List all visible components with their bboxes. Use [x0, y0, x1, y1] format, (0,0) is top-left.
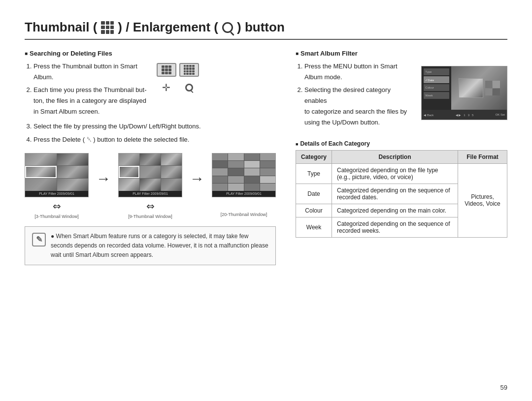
row-week-description: Categorized depending on the sequence of…: [332, 217, 458, 237]
steps-list-2: Press the MENU button in SmartAlbum mode…: [296, 61, 411, 130]
step4: Press the Delete ( ␡ ) button to delete …: [33, 134, 276, 145]
nine-grid-icon: [162, 65, 171, 74]
note-box: ✎ ● When Smart Album feature runs or a c…: [25, 226, 276, 266]
album-back-label: ◀ Back: [424, 113, 433, 117]
album-screen: Type ✓Date Colour Week: [422, 66, 507, 120]
title-text-prefix: Thumbnail (: [25, 20, 97, 35]
button-row-bottom: ✛: [157, 81, 199, 94]
main-content: Searching or Deleting Files Press the Th…: [25, 50, 507, 265]
thumbnail-grid-icon: [101, 21, 114, 34]
nine-grid-button: [157, 63, 176, 77]
section1-title: Searching or Deleting Files: [30, 50, 112, 57]
table-header-row: Category Description File Format: [296, 150, 507, 163]
nine-thumb-arrows: ⇔: [146, 200, 155, 212]
table-header: Details of Each Category: [296, 140, 507, 147]
section2-title: Smart Album Filter: [300, 50, 358, 57]
nine-thumb-image: PLAY Filter 2009/09/01: [118, 153, 182, 197]
col-format: File Format: [458, 150, 507, 163]
row-colour-category: Colour: [296, 204, 332, 217]
album-nav-labels: ◀ ▶ 1 3 5: [456, 113, 474, 117]
steps-list-1: Press the Thumbnail button in SmartAlbum…: [25, 61, 147, 119]
cross-icon-button: ✛: [157, 81, 176, 94]
right-column: Smart Album Filter Press the MENU button…: [296, 50, 507, 265]
row-format-all: Pictures, Videos, Voice: [458, 163, 507, 237]
thumbnail-windows-row: PLAY Filter 2009/09/01 ⇔ [3-Thumbnail Wi…: [25, 153, 276, 219]
left-column: Searching or Deleting Files Press the Th…: [25, 50, 276, 265]
album-menu: Type ✓Date Colour Week: [422, 66, 451, 110]
album-top: Type ✓Date Colour Week: [422, 66, 507, 110]
page-title: Thumbnail ( ) / Enlargement ( ) button: [25, 20, 507, 40]
three-thumb-bar: PLAY Filter 2009/09/01: [25, 191, 88, 197]
steps-3-4: Select the file by pressing the Up/Down/…: [25, 121, 276, 145]
three-thumb-image: PLAY Filter 2009/09/01: [25, 153, 89, 197]
category-table: Category Description File Format Type Ca…: [296, 150, 507, 238]
three-thumb-label: [3-Thumbnail Window]: [34, 214, 79, 219]
smart-album-screenshot: Type ✓Date Colour Week: [421, 66, 507, 120]
twenty-grid-button: [179, 63, 199, 77]
nine-thumb-bar: PLAY Filter 2009/09/01: [119, 191, 182, 197]
arrow-right-2: →: [190, 153, 204, 219]
album-menu-colour: Colour: [424, 84, 449, 91]
section1-header: Searching or Deleting Files: [25, 50, 276, 57]
note-text: ● When Smart Album feature runs or a cat…: [51, 232, 268, 260]
three-thumb-window: PLAY Filter 2009/09/01 ⇔ [3-Thumbnail Wi…: [25, 153, 89, 219]
twenty-thumb-image: PLAY Filter 2009/09/01: [212, 153, 276, 197]
enlargement-search-icon: [222, 22, 233, 33]
arrow-right-1: →: [96, 153, 111, 219]
button-icons: ✛: [157, 63, 199, 94]
section2-header: Smart Album Filter: [296, 50, 507, 57]
step3: Select the file by pressing the Up/Down/…: [33, 121, 276, 132]
step2: Each time you press the Thumbnail but-to…: [33, 85, 147, 117]
title-text-mid: ) / Enlargement (: [118, 20, 218, 35]
button-row-top: [157, 63, 199, 77]
step1: Press the Thumbnail button in SmartAlbum…: [33, 61, 147, 83]
album-bottom: ◀ Back ◀ ▶ 1 3 5 OK Set: [422, 110, 507, 120]
row-date-category: Date: [296, 184, 332, 204]
twenty-thumb-window: PLAY Filter 2009/09/01 [20-Thumbnail Win…: [212, 153, 276, 219]
nine-thumb-label: [9-Thumbnail Window]: [128, 214, 172, 219]
search-icon-button: [179, 81, 199, 94]
col-description: Description: [332, 150, 458, 163]
row-week-category: Week: [296, 217, 332, 237]
nine-thumb-window: PLAY Filter 2009/09/01 ⇔ [9-Thumbnail Wi…: [118, 153, 182, 219]
note-icon: ✎: [32, 233, 46, 247]
three-thumb-arrows: ⇔: [53, 200, 61, 212]
album-menu-type: Type: [424, 68, 449, 75]
album-set-label: OK Set: [496, 113, 505, 116]
album-photo: [451, 66, 507, 110]
row-colour-description: Categorized depending on the main color.: [332, 204, 458, 217]
right-step2: Selecting the desired category enablesto…: [304, 85, 411, 128]
table-row-type: Type Categorized depending on the file t…: [296, 163, 507, 184]
title-text-suffix: ) button: [237, 20, 285, 35]
row-type-category: Type: [296, 163, 332, 184]
page-number: 59: [500, 384, 507, 391]
twenty-thumb-label: [20-Thumbnail Window]: [221, 212, 267, 217]
right-step1: Press the MENU button in SmartAlbum mode…: [304, 61, 411, 83]
twenty-thumb-bar: PLAY Filter 2009/09/01: [212, 191, 275, 197]
row-type-description: Categorized depending on the file type (…: [332, 163, 458, 184]
album-menu-date: ✓Date: [424, 76, 449, 83]
row-date-description: Categorized depending on the sequence of…: [332, 184, 458, 204]
album-menu-week: Week: [424, 92, 449, 99]
table-section: Details of Each Category Category Descri…: [296, 140, 507, 238]
twenty-grid-icon: [184, 65, 195, 75]
page: Thumbnail ( ) / Enlargement ( ) button S…: [0, 0, 532, 401]
col-category: Category: [296, 150, 332, 163]
